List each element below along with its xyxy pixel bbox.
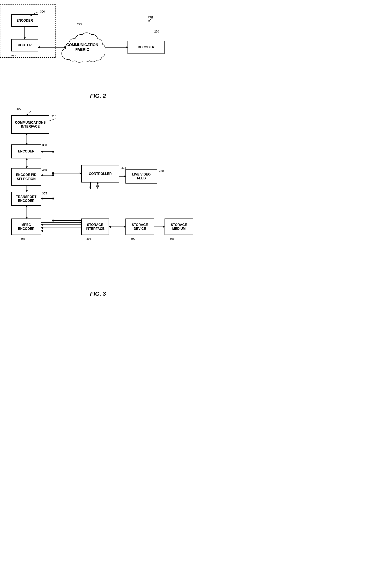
storage-device-label: STORAGE DEVICE: [132, 223, 148, 231]
comm-fabric-cloud: COMMUNICATION FABRIC: [57, 27, 107, 68]
fig2-label: FIG. 2: [0, 93, 196, 99]
transport-encoder-ref: 355: [42, 192, 47, 195]
controller-box: CONTROLLER: [81, 165, 119, 183]
live-video-ref: 380: [159, 169, 164, 172]
encode-pid-ref: 345: [42, 168, 47, 171]
router-box: ROUTER: [11, 39, 38, 51]
storage-medium-box: STORAGE MEDIUM: [165, 219, 193, 235]
svg-line-13: [27, 111, 31, 115]
fig3-encoder-ref: 330: [42, 143, 47, 147]
fig3-label: FIG. 3: [0, 291, 196, 297]
comm-fabric-ref: 225: [77, 23, 82, 26]
storage-interface-ref: 395: [86, 237, 91, 240]
diagram-container: ENCODER 300 ROUTER 210 COMMUNICATION FAB…: [0, 0, 196, 305]
svg-point-30: [52, 172, 54, 174]
encode-pid-box: ENCODE PID SELECTION: [11, 168, 41, 185]
comm-interface-label: COMMUNICATIONS INTERFACE: [15, 121, 46, 128]
router-ref: 210: [11, 55, 16, 58]
decoder-ref: 250: [154, 30, 159, 33]
svg-point-35: [52, 151, 54, 153]
label-Q: Q: [96, 184, 99, 188]
comm-interface-box: COMMUNICATIONS INTERFACE: [11, 115, 49, 134]
mpeg-encoder-box: MPEG ENCODER: [11, 219, 41, 235]
storage-medium-ref: 305: [170, 237, 174, 240]
svg-point-39: [52, 198, 54, 199]
mpeg-encoder-ref: 365: [21, 237, 25, 240]
storage-interface-box: STORAGE INTERFACE: [81, 219, 109, 235]
fig3-top-ref: 300: [16, 107, 21, 110]
storage-medium-label: STORAGE MEDIUM: [171, 223, 187, 231]
label-B: B: [88, 184, 91, 188]
encoder-ref: 300: [40, 10, 45, 13]
fig3-encoder-box: ENCODER: [11, 144, 41, 158]
storage-device-ref: 390: [131, 237, 135, 240]
comm-fabric-label: COMMUNICATION FABRIC: [66, 42, 98, 52]
svg-marker-12: [148, 20, 150, 22]
controller-ref: 315: [121, 166, 126, 169]
transport-encoder-label: TRANSPORT ENCODER: [16, 195, 37, 203]
dashed-box-ref: 240: [148, 15, 153, 19]
decoder-box: DECODER: [127, 41, 165, 54]
storage-interface-label: STORAGE INTERFACE: [86, 223, 104, 231]
fig2-area: ENCODER 300 ROUTER 210 COMMUNICATION FAB…: [0, 4, 196, 91]
transport-encoder-box: TRANSPORT ENCODER: [11, 192, 41, 206]
storage-device-box: STORAGE DEVICE: [126, 219, 154, 235]
fig3-area: 300 COMMUNICATIONS INTERFACE 310 ENCODER…: [0, 103, 196, 288]
svg-point-50: [52, 220, 54, 222]
encoder-box: ENCODER: [11, 14, 38, 27]
live-video-label: LIVE VIDEO FEED: [132, 172, 151, 180]
comm-interface-ref: 310: [51, 115, 56, 118]
live-video-box: LIVE VIDEO FEED: [126, 169, 157, 184]
encode-pid-label: ENCODE PID SELECTION: [16, 173, 37, 181]
svg-point-36: [52, 174, 54, 176]
mpeg-encoder-label: MPEG ENCODER: [18, 223, 34, 231]
